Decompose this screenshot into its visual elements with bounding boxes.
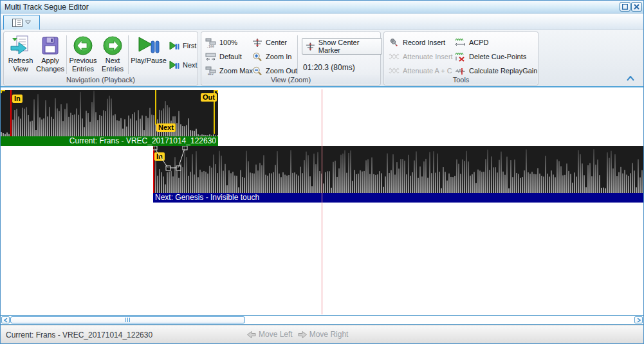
delete-cue-points-icon bbox=[455, 52, 466, 62]
next-track-waveform[interactable]: In bbox=[153, 146, 643, 193]
envelope-node[interactable] bbox=[153, 146, 157, 150]
play-pause-small-icon bbox=[169, 60, 179, 69]
titlebar: Multi Track Segue Editor bbox=[1, 1, 643, 14]
current-track-waveform[interactable]: In Next Out bbox=[1, 90, 218, 136]
zoom-default-button[interactable]: Default bbox=[205, 51, 253, 62]
arrow-right-icon bbox=[298, 331, 307, 338]
zoom-max-icon: .MAX bbox=[205, 66, 216, 76]
center-marker-icon bbox=[252, 38, 262, 48]
attenuate-wave-icon bbox=[389, 66, 400, 76]
status-current-track: Current: Frans - VREC_20171014_122630 bbox=[6, 330, 152, 339]
zoom-100-icon: .100 bbox=[205, 38, 216, 48]
out-marker-label[interactable]: Out bbox=[201, 93, 217, 102]
group-label-navigation: Navigation (Playback) bbox=[5, 75, 197, 84]
move-right-button[interactable]: Move Right bbox=[298, 330, 349, 339]
in-marker-label[interactable]: In bbox=[12, 95, 23, 103]
waveform-bars bbox=[1, 90, 218, 136]
next-track-caption: Next: Genesis - Invisible touch bbox=[153, 193, 643, 203]
selection-corner-tick bbox=[1, 90, 5, 93]
apply-changes-button[interactable]: Apply Changes bbox=[35, 34, 65, 75]
next-entries-button[interactable]: Next Entries bbox=[98, 34, 127, 75]
in-marker-line[interactable] bbox=[10, 90, 12, 136]
previous-arrow-icon bbox=[73, 35, 93, 56]
envelope-node[interactable] bbox=[166, 166, 170, 170]
save-floppy-icon bbox=[40, 35, 60, 56]
zoom-in-button[interactable]: Zoom In bbox=[252, 51, 297, 62]
arrow-left-icon bbox=[247, 331, 256, 338]
separator bbox=[297, 35, 298, 74]
center-button[interactable]: Center bbox=[252, 37, 297, 48]
volume-envelope[interactable] bbox=[153, 146, 198, 176]
scroll-left-button[interactable] bbox=[1, 316, 10, 323]
separator bbox=[128, 35, 129, 74]
group-label-view: View (Zoom) bbox=[202, 75, 380, 84]
thumb-grip bbox=[127, 318, 128, 322]
scroll-right-button[interactable] bbox=[634, 316, 643, 323]
first-button[interactable]: First bbox=[169, 40, 198, 51]
group-tools: Record Insert Attenuate Insert Attenuate… bbox=[383, 32, 538, 86]
tabstrip bbox=[1, 14, 643, 30]
chevron-left-icon bbox=[4, 318, 8, 323]
ribbon: Refresh View Apply Changes bbox=[1, 30, 643, 87]
next-button[interactable]: Next bbox=[169, 59, 198, 71]
zoom-in-icon bbox=[252, 52, 262, 62]
microphone-icon bbox=[389, 38, 400, 48]
play-pause-button[interactable]: Play/Pause bbox=[130, 34, 167, 75]
layout-panel-icon bbox=[12, 19, 23, 27]
group-navigation-playback: Refresh View Apply Changes bbox=[3, 32, 198, 86]
envelope-node[interactable] bbox=[183, 146, 187, 150]
separator bbox=[66, 35, 67, 74]
thumb-grip bbox=[129, 318, 130, 322]
chevron-down-icon bbox=[25, 21, 31, 24]
horizontal-scrollbar[interactable] bbox=[1, 315, 643, 325]
zoom-default-icon bbox=[205, 52, 216, 62]
replaygain-icon bbox=[455, 66, 466, 76]
chevron-right-icon bbox=[637, 318, 641, 323]
next-arrow-icon bbox=[102, 35, 123, 56]
delete-cue-points-button[interactable]: Delete Cue-Points bbox=[455, 51, 537, 62]
play-pause-small-icon bbox=[169, 41, 179, 50]
refresh-view-icon bbox=[10, 35, 32, 56]
position-readout: 01:20.3 (80ms) bbox=[303, 63, 355, 72]
group-label-tools: Tools bbox=[385, 75, 537, 84]
maximize-button[interactable] bbox=[620, 2, 630, 12]
window-title: Multi Track Segue Editor bbox=[5, 3, 89, 12]
center-marker-line bbox=[322, 89, 322, 314]
move-left-button[interactable]: Move Left bbox=[247, 330, 293, 339]
next-marker-line[interactable] bbox=[155, 90, 156, 125]
svg-text:.100: .100 bbox=[207, 44, 214, 48]
close-icon bbox=[634, 4, 639, 10]
attenuate-wave-icon bbox=[389, 52, 400, 62]
show-center-marker-button[interactable]: Show Center Marker bbox=[302, 38, 382, 55]
statusbar: Current: Frans - VREC_20171014_122630 Mo… bbox=[1, 325, 643, 343]
segue-editor-canvas: In Next Out Current: Frans - VREC_201710… bbox=[1, 87, 643, 315]
next-marker-label[interactable]: Next bbox=[156, 123, 176, 132]
refresh-view-button[interactable]: Refresh View bbox=[6, 34, 35, 75]
collapse-ribbon-chevron[interactable] bbox=[627, 76, 634, 81]
attenuate-insert-button[interactable]: Attenuate Insert bbox=[389, 51, 453, 62]
maximize-icon bbox=[622, 4, 628, 10]
layout-menu-button[interactable] bbox=[3, 15, 40, 30]
multi-track-segue-editor-window: Multi Track Segue Editor bbox=[0, 0, 644, 344]
scrollbar-thumb[interactable] bbox=[10, 316, 245, 323]
center-marker-icon bbox=[306, 42, 315, 51]
envelope-node[interactable] bbox=[176, 166, 181, 170]
acpd-button[interactable]: ACPD bbox=[455, 37, 537, 48]
group-view-zoom: .100 100% Default .MAX bbox=[201, 32, 381, 86]
previous-entries-button[interactable]: Previous Entries bbox=[68, 34, 98, 75]
current-track-caption: Current: Frans - VREC_20171014_122630 bbox=[1, 136, 218, 146]
play-pause-icon bbox=[138, 35, 160, 56]
acpd-wave-icon bbox=[455, 38, 466, 48]
zoom-out-icon bbox=[252, 66, 262, 76]
thumb-grip bbox=[125, 318, 126, 322]
waveform-bars bbox=[153, 146, 643, 193]
close-button[interactable] bbox=[631, 2, 642, 12]
zoom-100-button[interactable]: .100 100% bbox=[205, 37, 253, 48]
record-insert-button[interactable]: Record Insert bbox=[389, 37, 453, 48]
